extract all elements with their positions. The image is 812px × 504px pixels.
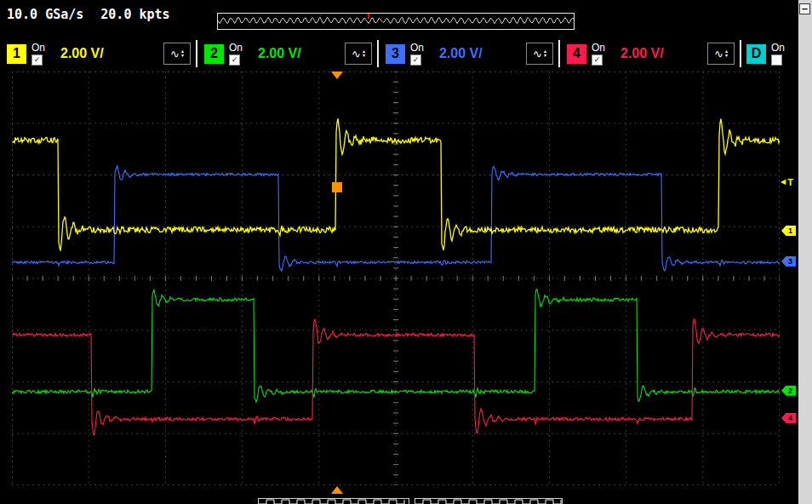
channel-2-scale-value[interactable]: 2.00 V/ [258,46,345,61]
channel-1-on-block: On ✓ [31,43,52,66]
bottom-waveform-thumbnail-1[interactable] [258,498,409,504]
channel-3-scale-value[interactable]: 2.00 V/ [439,46,526,61]
trigger-point-marker [332,182,342,192]
up-down-arrows-icon: ▴▾ [363,49,365,58]
sine-wave-icon: ∿ [352,48,361,60]
down-arrow-icon: ▾ [544,54,546,58]
channel-2-badge[interactable]: 2 [204,44,224,64]
sine-wave-icon: ∿ [714,48,723,60]
trigger-level-marker[interactable]: ◀ T [781,177,793,187]
channel-4-scale-value[interactable]: 2.00 V/ [620,46,707,61]
down-arrow-icon: ▾ [725,54,728,58]
preview-waveform [218,14,574,29]
channel-1-ground-marker[interactable]: 1 [781,226,796,236]
trigger-time-marker-top[interactable] [331,72,343,79]
channel-1-badge[interactable]: 1 [7,44,26,64]
channel-3-ground-marker[interactable]: 3 [781,256,796,266]
channel-4-on-label: On [592,43,605,54]
channel-3-on-label: On [410,43,424,54]
digital-on-block: On [771,43,792,66]
channel-1-on-checkbox[interactable]: ✓ [31,54,43,66]
channel-3-on-checkbox[interactable]: ✓ [410,54,421,66]
left-arrow-icon: ◀ [781,179,786,186]
channel-4-on-block: On ✓ [592,43,612,66]
channel-3-ground-label: 3 [788,257,792,266]
digital-channel-badge[interactable]: D [746,44,766,64]
window-right-gutter [798,0,812,504]
status-bar: 10.0 GSa/s 20.0 kpts [7,7,170,22]
channel-2-scale-button[interactable]: ∿ ▴▾ [345,43,372,65]
up-down-arrows-icon: ▴▾ [181,49,184,58]
acquisition-preview-bar[interactable] [217,13,575,30]
down-arrow-icon: ▾ [363,54,365,58]
sine-wave-icon: ∿ [533,48,542,60]
channel-4-trace [12,319,780,436]
channel-3-badge[interactable]: 3 [386,44,405,64]
trigger-level-label: T [787,177,793,187]
channel-1-ground-label: 1 [788,226,792,235]
oscilloscope-screen: 10.0 GSa/s 20.0 kpts 1 On ✓ 2.00 V/ ∿ ▴▾ [0,0,798,504]
waveform-display-area [12,72,780,485]
channel-4-ground-marker[interactable]: 4 [781,413,796,423]
memory-depth-readout: 20.0 kpts [100,7,169,22]
channel-3-on-block: On ✓ [410,43,431,66]
channel-2-on-block: On ✓ [229,43,249,66]
channel-bar: 1 On ✓ 2.00 V/ ∿ ▴▾ 2 On ✓ 2.00 V/ [0,39,798,68]
channel-4-on-checkbox[interactable]: ✓ [592,54,603,66]
up-down-arrows-icon: ▴▾ [725,49,728,58]
thumbnail-square-wave [415,499,562,504]
channel-1-scale-button[interactable]: ∿ ▴▾ [163,43,191,65]
channel-4-badge[interactable]: 4 [567,44,586,64]
waveform-display [12,72,780,485]
channel-2-on-checkbox[interactable]: ✓ [229,54,240,66]
sample-rate-readout: 10.0 GSa/s [7,7,83,22]
channel-4-controls: 4 On ✓ 2.00 V/ ∿ ▴▾ [560,40,741,67]
channel-2-ground-label: 2 [788,387,792,395]
bottom-waveform-thumbnail-2[interactable] [415,498,563,504]
channel-2-on-label: On [229,43,243,54]
channel-2-controls: 2 On ✓ 2.00 V/ ∿ ▴▾ [197,40,379,67]
channel-1-trace [12,118,780,251]
thumbnail-square-wave [259,499,409,504]
trigger-time-marker-bottom[interactable] [331,486,343,494]
channel-1-scale-value[interactable]: 2.00 V/ [60,46,163,61]
channel-1-on-label: On [31,43,45,54]
trigger-position-tick [368,14,369,19]
up-down-arrows-icon: ▴▾ [544,49,546,58]
digital-on-checkbox[interactable] [771,54,782,66]
channel-3-scale-button[interactable]: ∿ ▴▾ [526,43,553,65]
channel-1-controls: 1 On ✓ 2.00 V/ ∿ ▴▾ [0,40,197,67]
channel-2-ground-marker[interactable]: 2 [781,386,796,396]
channel-4-ground-label: 4 [788,414,792,422]
digital-on-label: On [771,43,785,54]
down-arrow-icon: ▾ [181,54,184,58]
channel-4-scale-button[interactable]: ∿ ▴▾ [707,43,735,65]
sine-wave-icon: ∿ [170,48,180,60]
digital-channel-controls: D On [741,40,798,67]
oscilloscope-window: 10.0 GSa/s 20.0 kpts 1 On ✓ 2.00 V/ ∿ ▴▾ [0,0,812,504]
minimize-button[interactable]: − [799,3,810,14]
channel-3-controls: 3 On ✓ 2.00 V/ ∿ ▴▾ [379,40,560,67]
